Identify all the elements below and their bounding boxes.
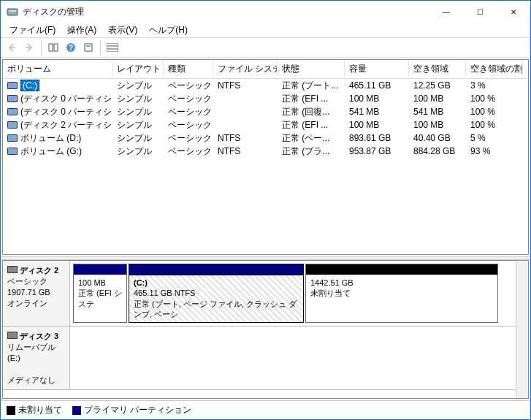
toolbar-separator — [41, 40, 42, 55]
volume-name: (C:) — [20, 80, 39, 91]
col-freepct[interactable]: 空き領域の割... — [466, 60, 523, 78]
disk-icon — [7, 332, 18, 339]
refresh-button[interactable] — [80, 39, 96, 56]
minimize-button[interactable]: — — [429, 1, 463, 23]
volume-icon — [7, 108, 18, 115]
disk-row: ディスク 2ベーシック1907.71 GBオンライン100 MB正常 (EFI … — [3, 261, 516, 327]
disk-partitions — [70, 327, 516, 389]
table-row[interactable]: (C:)シンプルベーシックNTFS正常 (ブート...465.11 GB12.2… — [3, 79, 528, 92]
back-button[interactable] — [4, 39, 20, 56]
partition-stripe — [129, 264, 303, 275]
partition[interactable]: 1442.51 GB未割り当て — [305, 264, 498, 323]
svg-rect-6 — [85, 44, 92, 51]
volume-name: (ディスク 0 パーティシ... — [20, 93, 112, 105]
forward-button[interactable] — [21, 39, 37, 56]
volume-icon — [7, 134, 18, 142]
menu-file[interactable]: ファイル(F) — [4, 23, 61, 38]
legend-primary: プライマリ パーティション — [72, 404, 191, 416]
list-header: ボリューム レイアウト 種類 ファイル システム 状態 容量 空き領域 空き領域… — [3, 60, 528, 79]
app-icon — [7, 6, 18, 18]
col-volume[interactable]: ボリューム — [3, 60, 112, 78]
partition-body: (C:)465.11 GB NTFS正常 (ブート, ページ ファイル, クラッ… — [129, 275, 303, 322]
svg-rect-1 — [9, 10, 16, 12]
legend-unallocated: 未割り当て — [7, 404, 62, 416]
svg-rect-8 — [107, 43, 118, 52]
window-controls: — ☐ ✕ — [429, 1, 530, 23]
col-free[interactable]: 空き領域 — [409, 60, 466, 78]
menu-help[interactable]: ヘルプ(H) — [143, 23, 194, 38]
partition-body: 100 MB正常 (EFI システ — [74, 275, 126, 312]
svg-rect-2 — [49, 44, 53, 51]
volume-name: ボリューム (D:) — [20, 132, 81, 145]
titlebar: ディスクの管理 — ☐ ✕ — [1, 1, 530, 23]
toolbar-separator — [100, 40, 101, 55]
table-row[interactable]: (ディスク 0 パーティシ...シンプルベーシック正常 (EFI ...100 … — [3, 92, 528, 105]
col-layout[interactable]: レイアウト — [112, 60, 164, 78]
col-capacity[interactable]: 容量 — [345, 60, 409, 78]
partition-stripe — [306, 264, 497, 275]
table-row[interactable]: ボリューム (G:)シンプルベーシックNTFS正常 (プラ...953.87 G… — [3, 145, 528, 158]
disk-row: ディスク 3リムーバブル (E:)メディアなし — [3, 327, 516, 390]
volume-icon — [7, 148, 18, 155]
col-filesystem[interactable]: ファイル システム — [213, 60, 278, 78]
maximize-button[interactable]: ☐ — [463, 1, 497, 23]
svg-rect-0 — [7, 9, 18, 15]
volume-list[interactable]: ボリューム レイアウト 種類 ファイル システム 状態 容量 空き領域 空き領域… — [2, 59, 529, 255]
swatch-unallocated-icon — [7, 406, 15, 415]
partition[interactable]: 100 MB正常 (EFI システ — [73, 264, 127, 323]
swatch-primary-icon — [72, 406, 81, 415]
list-body[interactable]: (C:)シンプルベーシックNTFS正常 (ブート...465.11 GB12.2… — [3, 79, 528, 254]
menubar: ファイル(F) 操作(A) 表示(V) ヘルプ(H) — [1, 23, 530, 37]
disk-label[interactable]: ディスク 3リムーバブル (E:)メディアなし — [3, 327, 70, 389]
toolbar: ? — [1, 37, 530, 58]
partition-body: 1442.51 GB未割り当て — [306, 275, 497, 302]
volume-icon — [7, 95, 18, 102]
col-type[interactable]: 種類 — [164, 60, 213, 78]
disk-icon — [7, 266, 18, 273]
volume-icon — [7, 82, 18, 89]
partition[interactable]: (C:)465.11 GB NTFS正常 (ブート, ページ ファイル, クラッ… — [129, 264, 304, 323]
volume-icon — [7, 121, 18, 129]
volume-name: ボリューム (G:) — [20, 145, 82, 158]
legend: 未割り当て プライマリ パーティション — [1, 400, 530, 419]
window-title: ディスクの管理 — [23, 6, 429, 18]
volume-name: (ディスク 0 パーティシ... — [20, 106, 112, 118]
list-button[interactable] — [104, 39, 121, 56]
disk-graphic-scroll[interactable]: ディスク 2ベーシック1907.71 GBオンライン100 MB正常 (EFI … — [3, 261, 516, 398]
disk-partitions: 100 MB正常 (EFI システ(C:)465.11 GB NTFS正常 (ブ… — [70, 261, 516, 326]
svg-rect-7 — [86, 45, 91, 47]
disk-label[interactable]: ディスク 2ベーシック1907.71 GBオンライン — [3, 261, 70, 326]
svg-text:?: ? — [69, 44, 73, 52]
panes-button[interactable] — [45, 39, 61, 56]
col-status[interactable]: 状態 — [278, 60, 345, 78]
table-row[interactable]: (ディスク 2 パーティシ...シンプルベーシック正常 (EFI ...100 … — [3, 118, 528, 131]
menu-action[interactable]: 操作(A) — [61, 23, 102, 38]
help-icon[interactable]: ? — [63, 39, 79, 56]
volume-name: (ディスク 2 パーティシ... — [20, 119, 112, 131]
menu-view[interactable]: 表示(V) — [102, 23, 143, 38]
disk-graphic-pane: ディスク 2ベーシック1907.71 GBオンライン100 MB正常 (EFI … — [2, 260, 529, 399]
svg-rect-3 — [54, 44, 58, 51]
vertical-scrollbar[interactable] — [516, 261, 528, 398]
partition-stripe — [74, 264, 126, 275]
table-row[interactable]: ボリューム (D:)シンプルベーシックNTFS正常 (ペー...893.61 G… — [3, 131, 528, 145]
close-button[interactable]: ✕ — [497, 1, 530, 23]
table-row[interactable]: (ディスク 0 パーティシ...シンプルベーシック正常 (回復...541 MB… — [3, 105, 528, 118]
